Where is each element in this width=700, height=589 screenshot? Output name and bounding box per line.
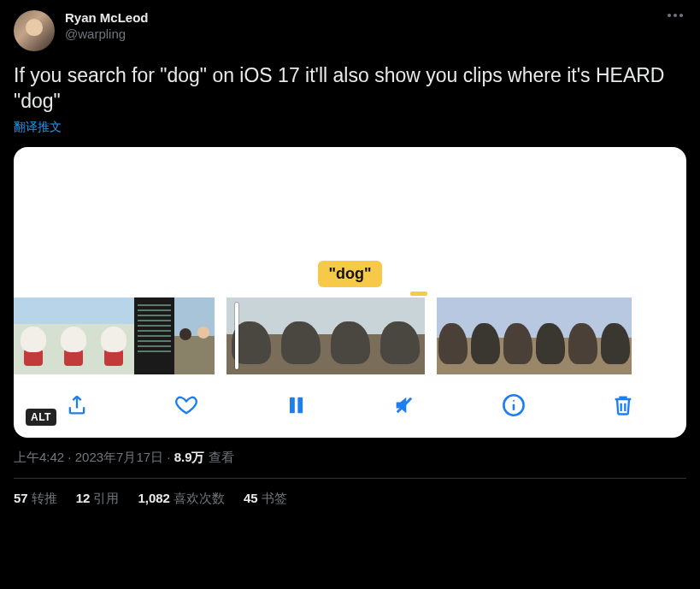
- divider: [14, 478, 686, 479]
- likes-stat[interactable]: 1,082喜欢次数: [138, 491, 225, 507]
- share-button[interactable]: [63, 392, 91, 419]
- clip-thumbnail[interactable]: [469, 297, 502, 374]
- quotes-stat[interactable]: 12引用: [76, 491, 120, 507]
- svg-rect-1: [297, 397, 303, 413]
- media-preview-area: "dog": [14, 147, 686, 297]
- more-options-button[interactable]: [664, 10, 686, 21]
- clip-thumbnail[interactable]: [437, 297, 469, 374]
- tweet-text: If you search for "dog" on iOS 17 it'll …: [14, 63, 686, 115]
- tweet-header: Ryan McLeod @warpling: [14, 10, 686, 51]
- heart-icon: [174, 393, 198, 417]
- clip-thumbnail[interactable]: [326, 297, 375, 374]
- views-label: 查看: [205, 450, 234, 464]
- video-timeline[interactable]: [14, 297, 686, 376]
- pause-button[interactable]: [282, 392, 309, 419]
- handle[interactable]: @warpling: [65, 27, 149, 43]
- display-name[interactable]: Ryan McLeod: [65, 10, 149, 27]
- clip-thumbnail[interactable]: [502, 297, 534, 374]
- tweet-meta: 上午4:42 · 2023年7月17日 · 8.9万 查看: [14, 450, 686, 466]
- tweet: Ryan McLeod @warpling If you search for …: [0, 0, 700, 517]
- author-names: Ryan McLeod @warpling: [65, 10, 149, 43]
- info-icon: [502, 393, 526, 417]
- media-attachment[interactable]: "dog": [14, 147, 686, 438]
- search-term-badge: "dog": [318, 261, 381, 287]
- svg-rect-0: [290, 397, 295, 413]
- bookmarks-stat[interactable]: 45书签: [244, 491, 287, 507]
- clip-thumbnail[interactable]: [276, 297, 326, 374]
- retweets-stat[interactable]: 57转推: [14, 491, 57, 507]
- clip-group[interactable]: [437, 297, 632, 374]
- clip-thumbnail[interactable]: [134, 297, 174, 374]
- info-button[interactable]: [500, 392, 527, 419]
- clip-thumbnail[interactable]: [375, 297, 425, 374]
- media-toolbar: [14, 376, 686, 438]
- share-icon: [65, 393, 89, 417]
- views-count: 8.9万: [174, 450, 205, 464]
- translate-link[interactable]: 翻译推文: [14, 120, 62, 135]
- dots-icon: [668, 14, 671, 17]
- like-button[interactable]: [173, 392, 200, 419]
- clip-thumbnail[interactable]: [534, 297, 567, 374]
- trash-icon: [611, 393, 635, 417]
- clip-thumbnail[interactable]: [94, 297, 134, 374]
- clip-thumbnail[interactable]: [599, 297, 632, 374]
- tweet-stats: 57转推 12引用 1,082喜欢次数 45书签: [14, 491, 686, 507]
- clip-group[interactable]: [14, 297, 215, 374]
- clip-thumbnail[interactable]: [54, 297, 94, 374]
- clip-thumbnail[interactable]: [567, 297, 599, 374]
- tweet-time[interactable]: 上午4:42: [14, 450, 64, 464]
- clip-thumbnail[interactable]: [174, 297, 215, 374]
- clip-thumbnail[interactable]: [14, 297, 54, 374]
- alt-badge[interactable]: ALT: [26, 409, 56, 426]
- avatar[interactable]: [14, 10, 55, 51]
- mute-icon: [392, 393, 416, 417]
- delete-button[interactable]: [609, 392, 637, 419]
- svg-point-4: [513, 400, 515, 402]
- tweet-date[interactable]: 2023年7月17日: [75, 450, 163, 464]
- clip-group-active[interactable]: [226, 297, 425, 374]
- mute-button[interactable]: [391, 392, 418, 419]
- pause-icon: [284, 393, 308, 417]
- clip-thumbnail[interactable]: [226, 297, 276, 374]
